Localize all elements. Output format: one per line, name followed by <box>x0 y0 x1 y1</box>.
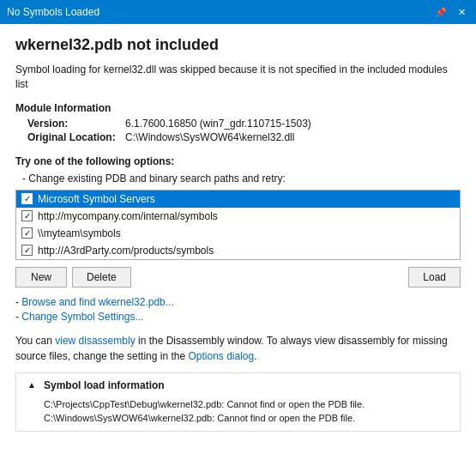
disassembly-after: . <box>254 350 256 362</box>
disassembly-before: You can <box>15 335 55 347</box>
links-section: - Browse and find wkernel32.pdb... - Cha… <box>15 296 461 323</box>
browse-link[interactable]: Browse and find wkernel32.pdb... <box>21 296 173 308</box>
symbol-load-line-2: C:\Windows\SysWOW64\wkernel32.pdb: Canno… <box>44 411 451 426</box>
symbol-load-line-1: C:\Projects\CppTest\Debug\wkernel32.pdb:… <box>44 397 451 412</box>
version-value: 6.1.7600.16850 (win7_gdr.110715-1503) <box>125 118 311 130</box>
list-item[interactable]: Microsoft Symbol Servers <box>16 191 460 208</box>
list-item[interactable]: http://mycompany.com/internal/symbols <box>16 208 460 225</box>
view-disassembly-link[interactable]: view disassembly <box>55 335 135 347</box>
checkbox-mycompany[interactable] <box>21 210 33 221</box>
module-version-row: Version: 6.1.7600.16850 (win7_gdr.110715… <box>27 118 461 130</box>
main-title: wkernel32.pdb not included <box>15 36 461 54</box>
checkbox-3rdparty[interactable] <box>21 245 33 256</box>
pin-button[interactable]: 📌 <box>433 4 449 20</box>
module-info: Module Information Version: 6.1.7600.168… <box>15 102 461 145</box>
module-location-row: Original Location: C:\Windows\SysWOW64\k… <box>27 131 461 143</box>
delete-button[interactable]: Delete <box>72 267 131 288</box>
symbol-load-section: ▲ Symbol load information C:\Projects\Cp… <box>15 372 461 432</box>
try-options-heading: Try one of the following options: <box>15 155 461 167</box>
disassembly-text: You can view disassembly in the Disassem… <box>15 333 461 364</box>
ms-symbol-label: Microsoft Symbol Servers <box>38 193 155 205</box>
myteam-label: \\myteam\symbols <box>38 227 121 239</box>
location-label: Original Location: <box>27 131 122 143</box>
change-paths-text: - Change existing PDB and binary search … <box>22 173 461 185</box>
buttons-row: New Delete Load <box>15 267 461 288</box>
pin-icon: 📌 <box>435 7 447 18</box>
browse-link-row: - Browse and find wkernel32.pdb... <box>15 296 461 308</box>
location-value: C:\Windows\SysWOW64\kernel32.dll <box>125 131 294 143</box>
checkbox-ms-symbol[interactable] <box>21 193 33 204</box>
load-button[interactable]: Load <box>408 267 461 288</box>
close-button[interactable]: ✕ <box>454 4 469 20</box>
checkbox-myteam[interactable] <box>21 227 33 239</box>
new-button[interactable]: New <box>15 267 67 288</box>
list-item[interactable]: \\myteam\symbols <box>16 225 460 242</box>
list-item[interactable]: http://A3rdParty.com/products/symbols <box>16 242 460 259</box>
3rdparty-label: http://A3rdParty.com/products/symbols <box>38 245 214 257</box>
symbol-load-title: Symbol load information <box>44 379 165 391</box>
version-label: Version: <box>27 118 122 130</box>
main-content: wkernel32.pdb not included Symbol loadin… <box>0 24 476 440</box>
symbol-load-header[interactable]: ▲ Symbol load information <box>25 378 451 392</box>
options-dialog-link[interactable]: Options dialog <box>188 350 254 362</box>
title-bar-text: No Symbols Loaded <box>7 6 428 18</box>
settings-link-row: - Change Symbol Settings... <box>15 311 461 323</box>
close-icon: ✕ <box>458 7 466 18</box>
description-text: Symbol loading for kernel32.dll was skip… <box>15 63 461 92</box>
title-bar: No Symbols Loaded 📌 ✕ <box>0 0 476 24</box>
mycompany-label: http://mycompany.com/internal/symbols <box>38 210 218 222</box>
symbol-server-list: Microsoft Symbol Servers http://mycompan… <box>15 190 461 260</box>
chevron-up-icon: ▲ <box>25 378 39 392</box>
module-info-heading: Module Information <box>15 102 461 114</box>
settings-link[interactable]: Change Symbol Settings... <box>21 311 143 323</box>
symbol-load-content: C:\Projects\CppTest\Debug\wkernel32.pdb:… <box>44 397 451 426</box>
